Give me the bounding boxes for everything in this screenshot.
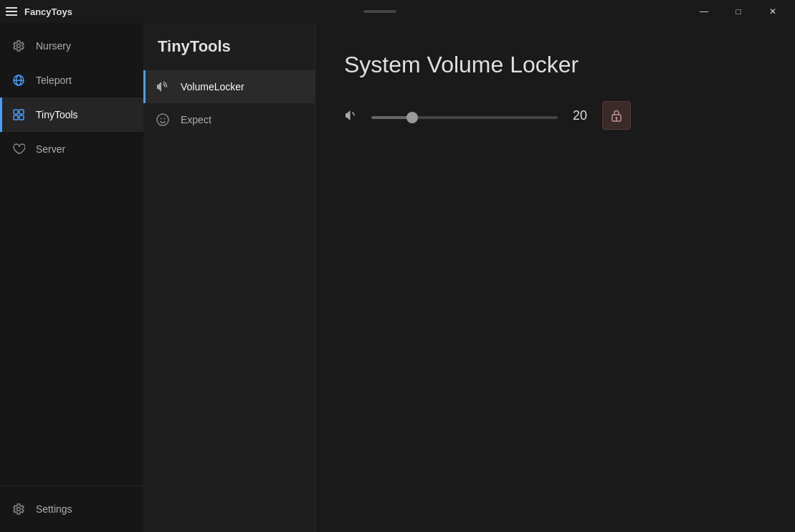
window-drag-area	[72, 10, 687, 13]
sidebar-label-tinytools: TinyTools	[36, 109, 78, 120]
close-button[interactable]: ✕	[756, 0, 789, 23]
sidebar-footer: Settings	[0, 485, 143, 532]
sidebar-label-server: Server	[36, 143, 65, 155]
volume-small-icon	[344, 108, 360, 123]
sidebar-item-server[interactable]: Server	[0, 132, 143, 166]
volume-value: 20	[569, 108, 591, 123]
content-area: System Volume Locker 20	[315, 23, 795, 532]
titlebar: FancyToys — □ ✕	[0, 0, 795, 23]
tinytools-item-expect[interactable]: Expect	[143, 103, 315, 136]
svg-rect-4	[19, 110, 24, 114]
volume-row: 20	[344, 101, 766, 130]
tinytools-label-volumelocker: VolumeLocker	[181, 81, 244, 92]
drag-handle	[363, 10, 396, 13]
volume-slider[interactable]	[371, 116, 558, 119]
hamburger-icon[interactable]	[6, 7, 17, 16]
svg-point-7	[157, 114, 168, 125]
sidebar-item-settings[interactable]: Settings	[0, 492, 143, 526]
tinytools-item-volumelocker[interactable]: VolumeLocker	[143, 70, 315, 103]
svg-rect-6	[19, 115, 24, 120]
svg-rect-5	[14, 115, 18, 120]
maximize-button[interactable]: □	[722, 0, 755, 23]
sidebar-item-teleport[interactable]: Teleport	[0, 63, 143, 98]
app-body: Nursery Teleport	[0, 23, 795, 532]
lock-button[interactable]	[602, 101, 631, 130]
svg-point-8	[161, 118, 162, 120]
tinytools-panel: TinyTools VolumeLocker Expect	[143, 23, 315, 532]
gear-icon	[11, 39, 26, 53]
teleport-icon	[11, 73, 26, 87]
smiley-icon	[155, 112, 171, 128]
sidebar-label-settings: Settings	[36, 503, 72, 515]
sidebar-item-nursery[interactable]: Nursery	[0, 29, 143, 63]
svg-point-9	[164, 118, 166, 120]
titlebar-left: FancyToys	[6, 6, 72, 17]
sidebar-nav: Nursery Teleport	[0, 23, 143, 485]
sidebar: Nursery Teleport	[0, 23, 143, 532]
tinytools-label-expect: Expect	[181, 114, 211, 125]
slider-wrapper	[371, 109, 558, 122]
grid-icon	[11, 108, 26, 122]
sidebar-label-nursery: Nursery	[36, 40, 71, 52]
sidebar-item-tinytools[interactable]: TinyTools	[0, 98, 143, 132]
content-title: System Volume Locker	[344, 52, 766, 78]
volume-icon	[155, 79, 171, 95]
app-title: FancyToys	[24, 6, 72, 17]
settings-gear-icon	[11, 502, 26, 516]
sidebar-label-teleport: Teleport	[36, 75, 72, 86]
tinytools-panel-title: TinyTools	[143, 37, 315, 70]
svg-rect-3	[14, 110, 18, 114]
minimize-button[interactable]: —	[687, 0, 720, 23]
heart-icon	[11, 142, 26, 156]
titlebar-controls: — □ ✕	[687, 0, 789, 23]
